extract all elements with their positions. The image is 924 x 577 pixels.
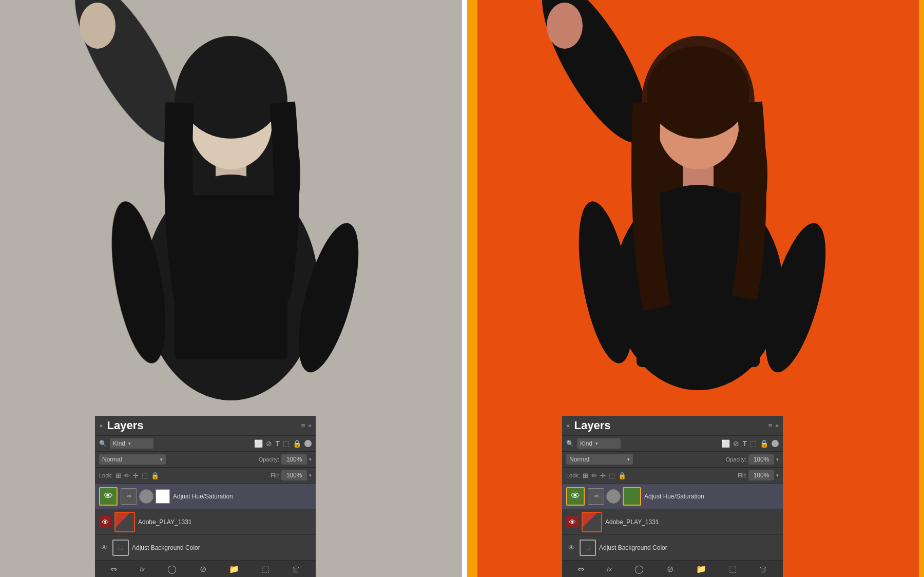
panel-collapse-left[interactable]: « <box>308 422 312 429</box>
new-layer-bottom-right[interactable]: ⬚ <box>729 564 737 574</box>
shape-icon-left[interactable]: ⬚ <box>283 439 290 448</box>
fill-label-left: Fill: <box>271 472 279 478</box>
lock-move-right[interactable]: ✛ <box>600 472 606 479</box>
blend-row-right: Normal ▾ Opacity: 100% ▾ <box>562 452 783 468</box>
lock-icons-right: ⊞ ✏ ✛ ⬚ 🔒 <box>583 472 626 479</box>
lock-pixels-right[interactable]: ⊞ <box>583 472 588 479</box>
link-thumb-right: ⇔ <box>588 488 604 505</box>
layers-panel-right: × Layers ≡ « 🔍 Kind ▾ ⬜ ⊘ T ⬚ 🔒 No <box>562 416 783 577</box>
text-icon-left[interactable]: T <box>275 439 280 448</box>
photo-thumb-left <box>114 512 135 532</box>
svg-point-10 <box>80 3 116 49</box>
fx-bottom-left[interactable]: fx <box>140 565 145 573</box>
panel-bottom-left: ⇔ fx ◯ ⊘ 📁 ⬚ 🗑 <box>95 561 316 577</box>
delete-bottom-left[interactable]: 🗑 <box>292 565 300 574</box>
new-fill-bottom-left[interactable]: ◯ <box>167 564 177 574</box>
eye-bg-right[interactable]: 👁 <box>566 543 576 553</box>
svg-point-25 <box>647 46 749 139</box>
lock-artboard-left[interactable]: ⬚ <box>142 472 148 479</box>
link-thumb-left: ⇔ <box>121 488 137 505</box>
lock-label-right: Lock: <box>566 472 580 478</box>
fill-value-left[interactable]: 100% <box>281 470 307 480</box>
link-bottom-right[interactable]: ⇔ <box>578 564 584 574</box>
mask-icon-left <box>139 489 153 504</box>
eye-bg-left[interactable]: 👁 <box>99 543 109 553</box>
toolbar-icons-right: ⬜ ⊘ T ⬚ 🔒 <box>721 439 779 448</box>
adjustment-bottom-right[interactable]: ⊘ <box>667 564 673 574</box>
blend-dropdown-left[interactable]: Normal ▾ <box>99 454 166 465</box>
panel-title-left: Layers <box>103 419 301 432</box>
left-photo-panel: × Layers ≡ « 🔍 Kind ▾ ⬜ ⊘ T ⬚ 🔒 No <box>0 0 462 577</box>
lock-brush-left[interactable]: ✏ <box>124 472 130 479</box>
opacity-arrow-right[interactable]: ▾ <box>776 457 779 462</box>
panel-menu-right[interactable]: ≡ <box>768 421 772 430</box>
lock-row-left: Lock: ⊞ ✏ ✛ ⬚ 🔒 Fill: 100% ▾ <box>95 468 316 484</box>
eye-photo-left[interactable]: 👁 <box>99 516 111 528</box>
opacity-value-left[interactable]: 100% <box>281 454 307 465</box>
layer-row-hue-left[interactable]: 👁 ⇔ Adjust Hue/Saturation <box>95 484 316 509</box>
lock-all-right[interactable]: 🔒 <box>618 472 626 479</box>
layer-row-photo-right[interactable]: 👁 Adobe_PLAY_1331 <box>562 509 783 535</box>
transform-thumb-left: ⬚ <box>112 540 129 556</box>
shape-icon-right[interactable]: ⬚ <box>750 439 757 448</box>
layer-row-bg-left[interactable]: 👁 ⬚ Adjust Background Color <box>95 535 316 561</box>
eye-hue-left[interactable]: 👁 <box>99 487 118 506</box>
eye-hue-right[interactable]: 👁 <box>566 487 585 506</box>
eye-photo-right[interactable]: 👁 <box>566 516 579 528</box>
layer-row-hue-right[interactable]: 👁 ⇔ Adjust Hue/Saturation <box>562 484 783 509</box>
svg-point-12 <box>180 46 282 139</box>
lock-icon-right[interactable]: 🔒 <box>760 439 768 448</box>
blend-arrow-left: ▾ <box>160 457 163 462</box>
text-icon-right[interactable]: T <box>742 439 747 448</box>
new-fill-bottom-right[interactable]: ◯ <box>634 564 644 574</box>
new-layer-bottom-left[interactable]: ⬚ <box>262 564 270 574</box>
opacity-arrow-left[interactable]: ▾ <box>309 457 312 462</box>
panel-menu-left[interactable]: ≡ <box>301 421 305 430</box>
lock-artboard-right[interactable]: ⬚ <box>609 472 615 479</box>
layer-row-photo-left[interactable]: 👁 Adobe_PLAY_1331 <box>95 509 316 535</box>
photo-thumb-right <box>582 512 602 532</box>
adjustment-bottom-left[interactable]: ⊘ <box>200 564 206 574</box>
panel-close-right[interactable]: × <box>566 422 570 430</box>
layer-hue-name-left: Adjust Hue/Saturation <box>173 493 312 500</box>
layer-hue-name-right: Adjust Hue/Saturation <box>644 493 779 500</box>
panel-collapse-right[interactable]: « <box>775 422 779 429</box>
fill-arrow-left[interactable]: ▾ <box>309 473 312 478</box>
blend-dropdown-right[interactable]: Normal ▾ <box>566 454 633 465</box>
kind-dropdown-right[interactable]: Kind ▾ <box>577 438 621 449</box>
blend-arrow-right: ▾ <box>627 457 630 462</box>
delete-bottom-right[interactable]: 🗑 <box>759 565 767 574</box>
fill-label-right: Fill: <box>738 472 746 478</box>
adjust-icon-right[interactable]: ⊘ <box>733 439 739 448</box>
opacity-value-right[interactable]: 100% <box>748 454 774 465</box>
lock-brush-right[interactable]: ✏ <box>591 472 597 479</box>
folder-bottom-left[interactable]: 📁 <box>229 564 239 574</box>
fill-value-right[interactable]: 100% <box>748 470 774 480</box>
link-bottom-left[interactable]: ⇔ <box>110 564 117 574</box>
layer-bg-name-left: Adjust Background Color <box>132 544 312 551</box>
image-icon-left[interactable]: ⬜ <box>254 439 263 448</box>
layer-photo-name-right: Adobe_PLAY_1331 <box>605 518 779 526</box>
lock-all-left[interactable]: 🔒 <box>151 472 159 479</box>
image-icon-right[interactable]: ⬜ <box>721 439 730 448</box>
opacity-section-left: Opacity: 100% ▾ <box>259 454 312 465</box>
lock-icons-left: ⊞ ✏ ✛ ⬚ 🔒 <box>116 472 159 479</box>
layer-row-bg-right[interactable]: 👁 ⬚ Adjust Background Color <box>562 535 783 561</box>
fx-bottom-right[interactable]: fx <box>607 565 612 573</box>
layers-panel-left: × Layers ≡ « 🔍 Kind ▾ ⬜ ⊘ T ⬚ 🔒 No <box>95 416 316 577</box>
lock-move-left[interactable]: ✛ <box>133 472 139 479</box>
adjust-icon-left[interactable]: ⊘ <box>266 439 272 448</box>
lock-pixels-left[interactable]: ⊞ <box>116 472 121 479</box>
panel-close-left[interactable]: × <box>99 422 103 430</box>
kind-arrow-right: ▾ <box>595 441 598 446</box>
opacity-section-right: Opacity: 100% ▾ <box>726 454 779 465</box>
panel-title-right: Layers <box>570 419 768 432</box>
fill-section-left: Fill: 100% ▾ <box>271 470 312 480</box>
opacity-label-right: Opacity: <box>726 456 746 463</box>
kind-dropdown-left[interactable]: Kind ▾ <box>110 438 153 449</box>
white-thumb-left <box>156 489 170 504</box>
folder-bottom-right[interactable]: 📁 <box>696 564 706 574</box>
filter-toolbar-right: 🔍 Kind ▾ ⬜ ⊘ T ⬚ 🔒 <box>562 436 783 452</box>
lock-icon-left[interactable]: 🔒 <box>293 439 301 448</box>
fill-arrow-right[interactable]: ▾ <box>776 473 779 478</box>
